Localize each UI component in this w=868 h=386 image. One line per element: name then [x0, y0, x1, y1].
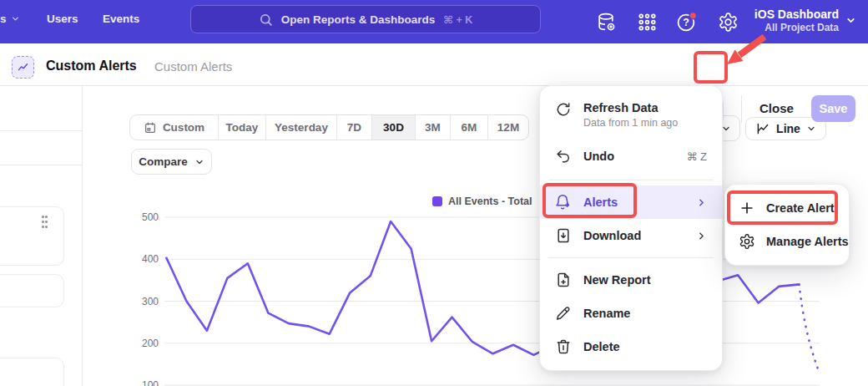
data-management-icon[interactable]: [596, 12, 617, 33]
y-axis-tick-label: 500: [125, 211, 159, 223]
undo-icon: [555, 148, 572, 165]
menu-item-rename[interactable]: Rename: [540, 297, 722, 330]
nav-item-events[interactable]: Events: [103, 13, 139, 25]
menu-item-delete[interactable]: Delete: [540, 330, 722, 363]
svg-text:?: ?: [683, 17, 689, 28]
menu-item-download[interactable]: Download: [540, 219, 722, 252]
menu-item-manage-alerts[interactable]: Manage Alerts: [725, 225, 849, 258]
trash-icon: [555, 338, 572, 355]
save-button[interactable]: Save: [811, 95, 855, 122]
global-search-input[interactable]: Open Reports & Dashboards ⌘ + K: [190, 5, 541, 33]
date-range-label: 30D: [383, 121, 404, 134]
chevron-down-icon: [11, 14, 20, 23]
download-icon: [555, 227, 572, 244]
gear-icon[interactable]: [718, 12, 739, 33]
chevron-right-icon: [696, 231, 707, 241]
date-range-12m[interactable]: 12M: [488, 115, 528, 140]
date-range-label: Today: [226, 121, 259, 134]
chart-type-label: Line: [776, 122, 800, 135]
y-axis-tick-label: 300: [125, 296, 159, 307]
nav-item-users-label: Users: [47, 13, 78, 25]
date-range-custom[interactable]: Custom: [130, 115, 219, 140]
date-range-label: 6M: [462, 121, 477, 134]
compare-button[interactable]: Compare: [131, 149, 212, 175]
menu-item-label: Delete: [583, 340, 707, 353]
menu-item-label: Manage Alerts: [766, 235, 849, 248]
y-axis-tick-label: 100: [125, 379, 159, 386]
date-range-label: 12M: [497, 121, 519, 134]
nav-item-truncated[interactable]: s: [0, 13, 20, 25]
insights-report-icon: [12, 56, 34, 79]
search-icon: [259, 13, 273, 27]
date-range-label: 7D: [347, 121, 361, 134]
menu-item-shortcut: ⌘ Z: [686, 150, 707, 163]
search-placeholder: Open Reports & Dashboards: [281, 13, 436, 26]
date-range-30d[interactable]: 30D: [372, 115, 416, 140]
y-axis-tick-label: 400: [125, 253, 159, 265]
chevron-down-icon: [845, 15, 856, 26]
gear-icon: [739, 233, 755, 250]
project-name: iOS Dashboard: [754, 7, 839, 22]
date-range-control: Custom Today Yesterday 7D 30D 3M 6M 12M: [129, 114, 529, 140]
refresh-icon: [555, 101, 572, 118]
chevron-down-icon: [194, 157, 204, 167]
date-range-label: Yesterday: [275, 121, 328, 134]
legend-swatch: [432, 196, 442, 206]
chevron-down-icon: [806, 124, 816, 134]
menu-item-label: Create Alert: [766, 201, 835, 215]
date-range-today[interactable]: Today: [219, 115, 266, 140]
line-chart-icon: [755, 121, 770, 136]
menu-divider: [548, 257, 714, 258]
chart-legend[interactable]: All Events - Total: [432, 196, 532, 207]
date-range-6m[interactable]: 6M: [451, 115, 488, 140]
chevron-right-icon: [696, 197, 707, 208]
date-range-7d[interactable]: 7D: [337, 115, 372, 140]
report-options-menu: Refresh Data Data from 1 min ago Undo ⌘ …: [539, 85, 723, 371]
date-range-label: 3M: [425, 121, 441, 134]
page-title: Custom Alerts: [46, 58, 137, 74]
breadcrumb: Custom Alerts: [154, 59, 232, 74]
help-icon[interactable]: ?: [676, 12, 697, 33]
notification-dot: [689, 13, 696, 19]
menu-item-undo[interactable]: Undo ⌘ Z: [540, 138, 722, 175]
menu-divider: [548, 180, 714, 180]
nav-item-events-label: Events: [103, 13, 139, 25]
nav-item-truncated-label: s: [0, 13, 7, 25]
menu-item-new-report[interactable]: New Report: [540, 263, 722, 297]
project-selector[interactable]: iOS Dashboard All Project Data: [754, 7, 856, 34]
menu-item-label: Alerts: [583, 196, 684, 209]
app-window: s Users Events Open Reports & Dashboards…: [0, 0, 868, 386]
project-scope: All Project Data: [754, 22, 839, 34]
menu-item-label: Undo: [583, 150, 674, 163]
date-range-label: Custom: [163, 121, 204, 134]
date-range-3m[interactable]: 3M: [416, 115, 451, 140]
pencil-icon: [555, 305, 572, 322]
nav-item-users[interactable]: Users: [47, 13, 78, 25]
menu-item-label: Download: [583, 229, 684, 242]
new-report-icon: [555, 272, 572, 288]
report-header: Custom Alerts Custom Alerts GV Duplicate…: [0, 43, 868, 86]
chart-line-projected: [800, 284, 820, 373]
calendar-icon: [144, 121, 157, 135]
compare-label: Compare: [139, 155, 188, 168]
menu-item-sublabel: Data from 1 min ago: [583, 117, 678, 129]
menu-item-label: New Report: [583, 273, 707, 287]
close-button[interactable]: Close: [760, 101, 794, 115]
menu-item-create-alert[interactable]: Create Alert: [725, 191, 849, 225]
alert-bell-icon: [555, 194, 572, 211]
y-axis-tick-label: 200: [125, 338, 159, 349]
menu-item-refresh-data[interactable]: Refresh Data Data from 1 min ago: [540, 94, 722, 138]
header-divider: [741, 95, 742, 123]
menu-item-label: Rename: [583, 307, 707, 320]
plus-icon: [739, 200, 755, 216]
top-navbar: s Users Events Open Reports & Dashboards…: [0, 0, 868, 43]
menu-item-alerts[interactable]: Alerts: [540, 185, 722, 219]
date-range-yesterday[interactable]: Yesterday: [266, 115, 337, 140]
search-shortcut-hint: ⌘ + K: [443, 13, 472, 26]
alerts-submenu: Create Alert Manage Alerts: [724, 184, 850, 266]
menu-item-label: Refresh Data: [583, 101, 678, 114]
apps-grid-icon[interactable]: [637, 12, 658, 33]
legend-label: All Events - Total: [448, 196, 532, 207]
